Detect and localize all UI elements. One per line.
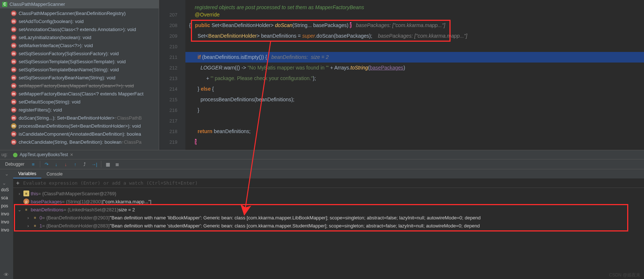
member-label: setMarkerInterface(Class<?>): void: [19, 43, 93, 48]
eval-hint: Evaluate expression (Enter) or add a wat…: [23, 180, 197, 186]
method-icon: m: [11, 27, 16, 32]
chevron-right-icon[interactable]: ›: [26, 215, 31, 220]
chevron-right-icon[interactable]: ›: [17, 191, 22, 196]
step-into-icon[interactable]: ↓: [52, 160, 61, 169]
debugger-toolbar: Debugger ≡ ↷ ↓ ↓ ↑ ⤴ →| ▦ ≣: [0, 159, 644, 169]
stack-frame[interactable]: doS: [0, 187, 13, 195]
member-label: setMapperFactoryBean(MapperFactoryBean<?…: [19, 83, 134, 88]
close-icon[interactable]: ×: [70, 152, 73, 158]
code-line-219: }: [185, 137, 644, 147]
run-tab-label: AppTest.queryBooksTest: [20, 152, 68, 157]
structure-member[interactable]: mprocessBeanDefinitions(Set<BeanDefiniti…: [0, 122, 159, 130]
var-basePackages[interactable]: p basePackages = {String[1]@2800} ["com.…: [13, 197, 644, 206]
structure-member[interactable]: msetMarkerInterface(Class<?>): void: [0, 41, 159, 49]
step-over-icon[interactable]: ↷: [42, 160, 51, 169]
stack-frame[interactable]: invo: [0, 227, 13, 235]
member-label: setSqlSessionTemplateBeanName(String): v…: [19, 67, 119, 72]
member-label: setMapperFactoryBeanClass(Class<? extend…: [19, 91, 143, 97]
nav-down-icon[interactable]: ⌄: [2, 180, 6, 186]
code-editor[interactable]: 207 208 209 210 211 212 213 214 215 216 …: [159, 0, 644, 150]
element-icon: ≡: [32, 223, 38, 229]
method-icon: m: [11, 59, 16, 64]
view-icons[interactable]: 👁: [0, 272, 9, 278]
debug-panel: ug: ⬤ AppTest.queryBooksTest × Debugger …: [0, 150, 644, 279]
tab-variables[interactable]: Variables: [13, 169, 41, 178]
code-area[interactable]: registered objects are post processed to…: [185, 0, 644, 150]
member-label: doScan(String...): Set<BeanDefinitionHol…: [19, 115, 114, 121]
var-bd-0[interactable]: › ≡ 0 = {BeanDefinitionHolder@2903} "Bea…: [13, 214, 644, 222]
method-icon: m: [11, 99, 16, 105]
variables-panel: + Evaluate expression (Enter) or add a w…: [13, 178, 644, 279]
var-bd-1[interactable]: › ≡ 1 = {BeanDefinitionHolder@2883} "Bea…: [13, 222, 644, 230]
structure-member-list: mClassPathMapperScanner(BeanDefinitionRe…: [0, 8, 159, 147]
structure-member[interactable]: msetLazyInitialization(boolean): void: [0, 33, 159, 41]
method-icon: m: [11, 115, 16, 121]
structure-member[interactable]: msetSqlSessionFactory(SqlSessionFactory)…: [0, 49, 159, 57]
class-name: ClassPathMapperScanner: [10, 1, 65, 7]
eval-input[interactable]: + Evaluate expression (Enter) or add a w…: [13, 178, 644, 188]
code-line-209: Set<BeanDefinitionHolder> beanDefinition…: [185, 31, 644, 41]
stack-frame[interactable]: pos: [0, 203, 13, 211]
frames-chevron-icon[interactable]: ⌄: [0, 171, 13, 177]
method-icon: m: [11, 91, 16, 97]
method-icon: m: [11, 123, 16, 129]
method-icon: m: [11, 131, 16, 137]
frames-panel[interactable]: ⌄ doSscaposinvoinvoinvo: [0, 178, 13, 279]
method-icon: m: [11, 35, 16, 40]
structure-panel: C ClassPathMapperScanner mClassPathMappe…: [0, 0, 159, 150]
method-icon: m: [11, 19, 16, 24]
step-out-icon[interactable]: ↑: [71, 160, 80, 169]
method-icon: m: [11, 139, 16, 145]
run-tab-apptest[interactable]: ⬤ AppTest.queryBooksTest ×: [10, 152, 76, 158]
member-label: ClassPathMapperScanner(BeanDefinitionReg…: [19, 11, 126, 16]
code-doc: registered objects are post processed to…: [185, 2, 644, 10]
structure-member[interactable]: msetSqlSessionTemplateBeanName(String): …: [0, 65, 159, 73]
code-line-213: + "' package. Please check your configur…: [185, 73, 644, 84]
force-step-into-icon[interactable]: ↓: [61, 160, 70, 169]
evaluate-expr-icon[interactable]: ▦: [103, 160, 112, 169]
structure-member[interactable]: mClassPathMapperScanner(BeanDefinitionRe…: [0, 9, 159, 17]
trace-icon[interactable]: ≣: [113, 160, 122, 169]
chevron-down-icon[interactable]: ⌄: [17, 207, 22, 212]
add-watch-icon[interactable]: +: [16, 180, 19, 186]
code-line-216: }: [185, 105, 644, 116]
run-to-cursor-icon[interactable]: →|: [90, 160, 99, 169]
structure-member[interactable]: misCandidateComponent(AnnotatedBeanDefin…: [0, 130, 159, 138]
code-line-215: processBeanDefinitions(beanDefinitions);: [185, 94, 644, 105]
structure-member[interactable]: msetSqlSessionTemplate(SqlSessionTemplat…: [0, 57, 159, 65]
member-label: checkCandidate(String, BeanDefinition): …: [19, 139, 121, 145]
param-icon: p: [23, 199, 29, 204]
structure-header[interactable]: C ClassPathMapperScanner: [0, 0, 159, 8]
this-icon: ≡: [23, 191, 29, 196]
structure-member[interactable]: mdoScan(String...): Set<BeanDefinitionHo…: [0, 114, 159, 122]
tab-console[interactable]: Console: [41, 169, 68, 178]
structure-member[interactable]: msetMapperFactoryBean(MapperFactoryBean<…: [0, 82, 159, 90]
code-line-214: } else {: [185, 84, 644, 94]
structure-member[interactable]: mcheckCandidate(String, BeanDefinition):…: [0, 138, 159, 146]
var-this[interactable]: › ≡ this = {ClassPathMapperScanner@2769}: [13, 189, 644, 197]
chevron-right-icon[interactable]: ›: [26, 223, 31, 229]
structure-member[interactable]: mregisterFilters(): void: [0, 106, 159, 114]
stack-frame[interactable]: invo: [0, 219, 13, 227]
member-label: processBeanDefinitions(Set<BeanDefinitio…: [19, 123, 141, 129]
drop-frame-icon[interactable]: ⤴: [80, 160, 89, 169]
variables-tree[interactable]: › ≡ this = {ClassPathMapperScanner@2769}…: [13, 188, 644, 279]
structure-member[interactable]: msetDefaultScope(String): void: [0, 98, 159, 106]
structure-member[interactable]: msetSqlSessionFactoryBeanName(String): v…: [0, 73, 159, 82]
watermark: CSDN @嫣夜来: [609, 272, 640, 278]
member-label: registerFilters(): void: [19, 107, 62, 113]
stack-frame[interactable]: sca: [0, 195, 13, 203]
structure-member[interactable]: msetMapperFactoryBeanClass(Class<? exten…: [0, 90, 159, 98]
var-beanDefinitions[interactable]: ⌄ ≡ beanDefinitions = {LinkedHashSet@282…: [13, 206, 644, 214]
run-icon: ⬤: [13, 152, 18, 157]
member-label: setAnnotationClass(Class<? extends Annot…: [19, 27, 136, 32]
member-label: isCandidateComponent(AnnotatedBeanDefini…: [19, 131, 141, 137]
show-exec-point-icon[interactable]: ≡: [29, 160, 38, 169]
stack-frame[interactable]: invo: [0, 211, 13, 219]
editor-gutter: 207 208 209 210 211 212 213 214 215 216 …: [159, 0, 185, 150]
structure-member[interactable]: msetAnnotationClass(Class<? extends Anno…: [0, 25, 159, 33]
member-label: setDefaultScope(String): void: [19, 99, 80, 105]
structure-member[interactable]: msetAddToConfig(boolean): void: [0, 17, 159, 25]
method-icon: m: [11, 43, 16, 48]
method-icon: m: [11, 67, 16, 72]
